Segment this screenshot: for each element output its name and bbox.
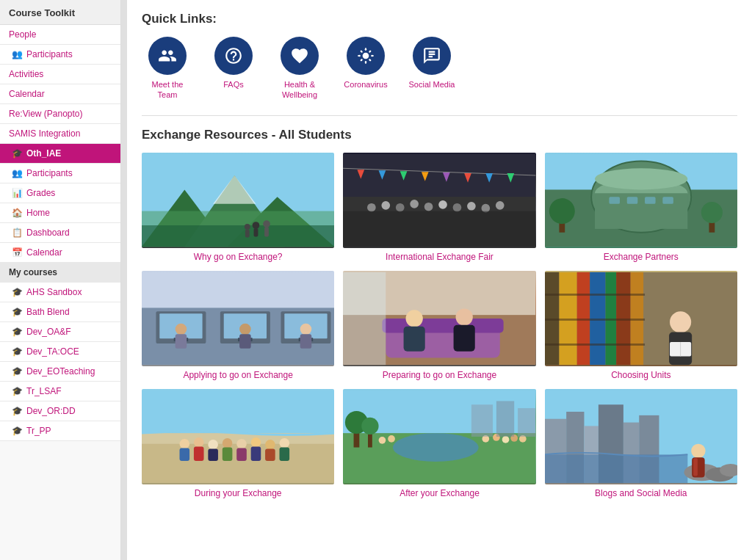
svg-point-49 xyxy=(595,168,687,189)
svg-rect-117 xyxy=(280,447,290,460)
svg-point-4 xyxy=(371,55,373,57)
sidebar-active-section[interactable]: 🎓 Oth_IAE xyxy=(0,144,120,164)
sidebar-item-grades[interactable]: 📊 Grades xyxy=(0,183,120,203)
sidebar-item-participants-top[interactable]: 👥 Participants xyxy=(0,45,120,65)
sidebar-course-dev-ta[interactable]: 🎓 Dev_TA:OCE xyxy=(0,342,120,362)
resource-image-library xyxy=(545,271,737,366)
quick-links-title: Quick Links: xyxy=(142,12,737,26)
resource-label: Choosing Units xyxy=(545,370,737,380)
svg-point-55 xyxy=(549,198,574,224)
sidebar-course-ahs[interactable]: 🎓 AHS Sandbox xyxy=(0,283,120,302)
svg-point-35 xyxy=(396,203,405,211)
quick-link-meet-team[interactable]: Meet the Team xyxy=(142,37,193,101)
resource-card-why-exchange[interactable]: Why go on Exchange? xyxy=(142,153,334,262)
fair-svg xyxy=(343,153,535,248)
sidebar-item-label: Dashboard xyxy=(26,228,70,238)
svg-point-106 xyxy=(208,439,218,449)
resource-image-city xyxy=(545,389,737,484)
resource-card-preparing[interactable]: Preparing to go on Exchange xyxy=(343,271,535,380)
sidebar-course-dev-oaf[interactable]: 🎓 Dev_OA&F xyxy=(0,322,120,342)
sidebar-title: Course Toolkit xyxy=(0,0,120,25)
course-icon: 🎓 xyxy=(12,346,23,357)
svg-point-40 xyxy=(467,202,476,211)
svg-rect-113 xyxy=(251,446,261,460)
quick-link-faqs[interactable]: FAQs xyxy=(208,37,259,90)
sidebar-item-label: Bath Blend xyxy=(26,307,70,317)
svg-rect-19 xyxy=(264,227,269,237)
health-icon xyxy=(281,37,319,75)
sidebar-course-tr-pp[interactable]: 🎓 Tr_PP xyxy=(0,421,120,441)
svg-rect-50 xyxy=(609,197,620,204)
svg-rect-105 xyxy=(194,446,204,460)
svg-point-124 xyxy=(362,417,379,434)
svg-point-127 xyxy=(502,436,510,443)
sidebar-item-samis[interactable]: SAMIS Integration xyxy=(0,124,120,144)
svg-point-18 xyxy=(263,220,270,228)
resource-card-after[interactable]: After your Exchange xyxy=(343,389,535,498)
sidebar-item-participants-active[interactable]: 👥 Participants xyxy=(0,164,120,183)
sidebar-item-calendar[interactable]: 📅 Calendar xyxy=(0,243,120,263)
resource-label: Preparing to go on Exchange xyxy=(343,370,535,380)
resource-label: Why go on Exchange? xyxy=(142,252,334,262)
home-icon: 🏠 xyxy=(12,208,23,218)
svg-point-108 xyxy=(223,438,233,448)
resource-card-blogs[interactable]: Blogs and Social Media xyxy=(545,389,737,498)
svg-point-57 xyxy=(701,202,722,223)
svg-rect-148 xyxy=(693,458,698,476)
sidebar-item-label: Tr_LSAF xyxy=(26,386,62,396)
resource-image-beach xyxy=(142,389,334,484)
quick-link-label: Social Media xyxy=(409,79,455,90)
svg-point-116 xyxy=(280,438,290,448)
svg-rect-15 xyxy=(142,225,334,247)
resource-card-choosing[interactable]: Choosing Units xyxy=(545,271,737,380)
sidebar-item-label: Dev_TA:OCE xyxy=(26,346,79,357)
sidebar-item-review[interactable]: Re:View (Panopto) xyxy=(0,104,120,124)
sidebar-item-activities[interactable]: Activities xyxy=(0,65,120,84)
participants-icon: 👥 xyxy=(12,49,23,59)
sidebar-item-people[interactable]: People xyxy=(0,25,120,45)
resources-grid: Why go on Exchange? xyxy=(142,153,737,498)
quick-link-coronavirus[interactable]: Coronavirus xyxy=(340,37,391,90)
sidebar-course-tr-lsaf[interactable]: 🎓 Tr_LSAF xyxy=(0,382,120,401)
svg-rect-83 xyxy=(343,272,386,364)
quick-links-row: Meet the Team FAQs Health & Wellbeing xyxy=(142,37,737,101)
resource-card-exchange-fair[interactable]: International Exchange Fair xyxy=(343,153,535,262)
resource-card-applying[interactable]: Applying to go on Exchange xyxy=(142,271,334,380)
resource-label: Blogs and Social Media xyxy=(545,488,737,498)
resource-card-exchange-partners[interactable]: Exchange Partners xyxy=(545,153,737,262)
resource-label: During your Exchange xyxy=(142,488,334,498)
sidebar-item-label: Calendar xyxy=(26,247,62,258)
svg-rect-96 xyxy=(545,294,645,296)
scrollbar[interactable] xyxy=(121,0,127,560)
resource-card-during[interactable]: During your Exchange xyxy=(142,389,334,498)
svg-point-34 xyxy=(382,201,391,210)
resource-label: Exchange Partners xyxy=(545,252,737,262)
sidebar-my-courses: My courses xyxy=(0,263,120,283)
social-icon xyxy=(413,37,451,75)
course-icon: 🎓 xyxy=(12,406,23,416)
resource-image-mountains xyxy=(142,153,334,248)
quick-link-health[interactable]: Health & Wellbeing xyxy=(274,37,325,101)
quick-link-social[interactable]: Social Media xyxy=(406,37,458,90)
sidebar-item-dashboard[interactable]: 📋 Dashboard xyxy=(0,223,120,243)
resource-label: After your Exchange xyxy=(343,488,535,498)
sidebar: Course Toolkit People 👥 Participants Act… xyxy=(0,0,121,560)
svg-rect-98 xyxy=(545,343,645,346)
svg-rect-17 xyxy=(254,228,258,236)
svg-point-1 xyxy=(365,48,367,51)
sidebar-course-dev-ordd[interactable]: 🎓 Dev_OR:DD xyxy=(0,401,120,421)
svg-point-146 xyxy=(691,443,705,457)
svg-point-110 xyxy=(236,439,247,449)
svg-rect-97 xyxy=(545,319,645,321)
sidebar-course-dev-eo[interactable]: 🎓 Dev_EOTeaching xyxy=(0,362,120,382)
course-icon: 🎓 xyxy=(12,327,23,337)
sidebar-item-calendar-top[interactable]: Calendar xyxy=(0,84,120,104)
quick-link-label: Coronavirus xyxy=(344,79,387,90)
svg-point-33 xyxy=(367,203,376,211)
people-svg xyxy=(158,46,177,65)
svg-rect-134 xyxy=(518,408,535,437)
resource-image-fair xyxy=(343,153,535,248)
sidebar-item-home[interactable]: 🏠 Home xyxy=(0,203,120,223)
sidebar-course-bath-blend[interactable]: 🎓 Bath Blend xyxy=(0,302,120,322)
heart-svg xyxy=(290,46,309,65)
